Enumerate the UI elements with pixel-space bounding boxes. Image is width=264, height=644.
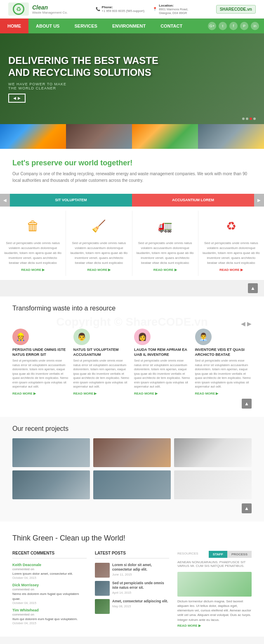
tab-sit-voluptatem[interactable]: SIT VOLUPTATEM: [10, 194, 132, 207]
post-title-3[interactable]: Amet, consectetur adipiscing elit.: [112, 599, 169, 604]
facebook-icon[interactable]: f: [229, 22, 238, 30]
team-name-1: PERSIATIS UNDE OMNIS ISTE NATUS ERROR SI…: [12, 348, 69, 357]
recycle-icon: ♻: [226, 219, 236, 233]
team-read-more-3[interactable]: READ MORE ▶: [134, 392, 158, 395]
nav-social: G+ t f P in: [208, 22, 264, 30]
dot-3[interactable]: [250, 118, 252, 120]
nav-environment[interactable]: ENVIRONMENT: [105, 19, 153, 33]
read-more-3[interactable]: READ MORE ▶: [153, 268, 177, 272]
team-read-more-4[interactable]: READ MORE ▶: [195, 392, 219, 395]
nav-contact[interactable]: CONTACT: [153, 19, 190, 33]
linkedin-icon[interactable]: in: [251, 22, 259, 30]
logo-name: Clean: [32, 4, 68, 11]
team-read-more-2[interactable]: READ MORE ▶: [73, 392, 97, 395]
comment-author-1[interactable]: Keith Deaconale: [12, 563, 87, 567]
service-tabs: ◀ SIT VOLUPTATEM ACCUSANTIUM LOREM ▶ 🗑 S…: [0, 194, 264, 296]
read-more-4[interactable]: READ MORE ▶: [219, 268, 243, 272]
hero-cta-button[interactable]: ◀ ▶: [8, 94, 26, 103]
project-item-5[interactable]: [93, 470, 171, 499]
dot-2[interactable]: [246, 118, 248, 120]
team-card-4: 👨‍💼 INVENTORE VEIS ET QUASI ARCHICTO BEA…: [195, 329, 252, 395]
phone-number: +1 959 603 6035 (585-support): [102, 9, 145, 13]
team-name-4: INVENTORE VEIS ET QUASI ARCHICTO BEATAE: [195, 348, 252, 357]
resources-read-more[interactable]: READ MORE ▶: [177, 624, 201, 628]
scroll-up-button-2[interactable]: ▲: [242, 399, 252, 409]
recent-comments-title: RECENT COMMENTS: [12, 551, 87, 559]
post-title-1[interactable]: Lorem si dolor sit amet, consectetur adi…: [112, 563, 169, 572]
read-more-2[interactable]: READ MORE ▶: [87, 268, 111, 272]
think-green-title: Think Green - Clean up the World!: [12, 534, 252, 543]
post-date-1: June 11, 2015: [112, 573, 169, 576]
thumb-recycling[interactable]: [0, 124, 66, 149]
logo-icon: ♻: [8, 2, 29, 16]
tab-prev-icon[interactable]: ◀: [0, 194, 10, 207]
team-avatar-2: 👨: [73, 329, 90, 345]
phone-icon: 📞: [96, 7, 100, 11]
service-text-2: Sed ut perspiciatis unde omnis natus vol…: [70, 241, 127, 266]
team-prev-icon[interactable]: ◀: [241, 320, 245, 327]
project-item-4[interactable]: [12, 470, 90, 499]
nav-services[interactable]: SERVICES: [67, 19, 104, 33]
team-avatar-3: 👩: [134, 329, 151, 345]
location-icon: 📍: [153, 7, 157, 11]
comment-date-2: October 04, 2015: [12, 601, 87, 605]
comment-date-3: October 04, 2015: [12, 621, 87, 625]
scroll-up-3: ▲: [12, 499, 252, 513]
thumb-truck[interactable]: [198, 124, 264, 149]
team-name-3: LAUDA TOM REM APRIAM EA UAB IL INVENTORE: [134, 348, 191, 357]
dot-1[interactable]: [242, 118, 245, 120]
thumb-bins[interactable]: [132, 124, 198, 149]
team-avatar-1: 👷: [12, 329, 29, 345]
team-read-more-1[interactable]: READ MORE ▶: [12, 392, 36, 395]
hero-dots: [242, 118, 256, 120]
read-more-1[interactable]: READ MORE ▶: [21, 268, 45, 272]
service-icon-wrap-3: 🚛: [154, 215, 177, 237]
nav-home[interactable]: HOME: [0, 19, 28, 33]
post-title-2[interactable]: Sed ut perspiciatis unde omnis iste natu…: [112, 581, 169, 590]
tab-next-icon[interactable]: ▶: [254, 194, 264, 207]
arrow-right-icon-2: ▶: [108, 268, 111, 272]
projects-section: Our recent projects ▲: [0, 417, 264, 522]
process-tab[interactable]: PROCESS: [227, 551, 252, 558]
project-item-1[interactable]: [12, 438, 90, 467]
hero-section: DELIVERING THE BEST WASTEAND RECYCLING S…: [0, 33, 264, 124]
team-next-icon[interactable]: ▶: [247, 320, 252, 327]
comment-text-2: commented onNemo eis dolorem eum fugiat …: [12, 587, 87, 601]
service-card-2: 🧹 Sed ut perspiciatis unde omnis natus v…: [66, 211, 132, 276]
project-item-3[interactable]: [174, 438, 252, 467]
arrow-right-icon-3: ▶: [174, 268, 177, 272]
project-item-6[interactable]: [174, 470, 252, 499]
tab-accusantium[interactable]: ACCUSANTIUM LOREM: [132, 194, 254, 207]
comment-date-1: October 04, 2015: [12, 576, 87, 580]
team-name-2: NATUS SIT VOLUPTATEM ACCUSANTIUM: [73, 348, 130, 357]
team-nav: ◀ ▶: [12, 319, 252, 329]
nav-about[interactable]: ABOUT US: [28, 19, 67, 33]
resources-col: RESOURCES STAFF PROCESS Aenean nonuearau…: [177, 551, 252, 628]
scroll-up-button[interactable]: ▲: [248, 283, 258, 293]
post-date-3: May 08, 2015: [112, 604, 169, 608]
pinterest-icon[interactable]: P: [240, 22, 248, 30]
preserve-text: Our Company is one of the leading recycl…: [12, 171, 252, 184]
staff-tab[interactable]: STAFF: [209, 551, 227, 558]
logo-recycle-icon: ♻: [16, 6, 21, 12]
google-plus-icon[interactable]: G+: [208, 22, 216, 30]
project-item-2[interactable]: [93, 438, 171, 467]
thumb-waste[interactable]: [66, 124, 132, 149]
team-text-2: Sed ut perspiciatis unde omnis esse natu…: [73, 359, 130, 389]
post-thumb-2: [95, 581, 110, 596]
comment-item-2: Dick Morrissey commented onNemo eis dolo…: [12, 583, 87, 605]
comment-item-3: Tim Whitehead commented onItum qui dolor…: [12, 608, 87, 625]
post-date-2: April 14, 2015: [112, 591, 169, 595]
location-address: 8901 Marmora Road,Glasgow, D04 89GR: [159, 7, 188, 15]
twitter-icon[interactable]: t: [219, 22, 227, 30]
comment-text-3: commented onItum qui dolorem eum fugiat …: [12, 612, 87, 621]
comment-author-3[interactable]: Tim Whitehead: [12, 608, 87, 612]
resources-title: Aenean nonuearauns. PhaeFusce sit varius…: [177, 560, 252, 570]
preserve-section: Let's preserve our world together! Our C…: [0, 149, 264, 194]
main-nav: HOME ABOUT US SERVICES ENVIRONMENT CONTA…: [0, 19, 264, 33]
scroll-up-button-3[interactable]: ▲: [242, 503, 252, 513]
comment-author-2[interactable]: Dick Morrissey: [12, 583, 87, 587]
resources-label: RESOURCES: [177, 552, 198, 555]
resources-thumbnail: [177, 572, 252, 597]
dot-4[interactable]: [253, 118, 256, 120]
